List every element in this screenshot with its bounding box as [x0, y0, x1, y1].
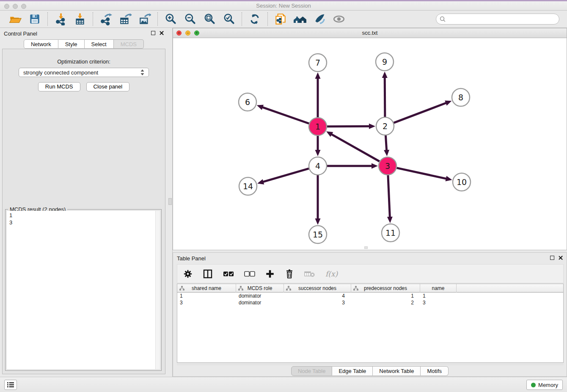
optimization-criterion-select[interactable]: strongly connected component — [19, 68, 149, 77]
table-cell[interactable]: 3 — [177, 299, 236, 306]
function-builder-button-disabled: f(x) — [325, 270, 338, 278]
table-cell-filler — [457, 299, 563, 306]
graph-edge-3-1[interactable] — [331, 134, 379, 162]
save-session-button[interactable] — [27, 12, 42, 26]
column-header-MCDS-role[interactable]: MCDS role — [236, 284, 284, 293]
mcds-result-area[interactable]: 1 3 — [7, 211, 160, 369]
delete-column-button[interactable] — [285, 269, 294, 279]
export-network-icon — [99, 13, 112, 25]
import-network-icon — [54, 13, 67, 25]
tab-mcds[interactable]: MCDS — [114, 39, 144, 49]
table-cell[interactable]: 1 — [420, 293, 457, 299]
column-header-shared-name[interactable]: shared name — [177, 284, 236, 293]
refresh-icon — [248, 13, 261, 25]
tab-edge-table[interactable]: Edge Table — [332, 366, 373, 376]
graph-edge-arrow-4-15 — [315, 218, 321, 225]
zoom-selected-icon — [223, 13, 235, 25]
control-panel: Control Panel NetworkStyleSelectMCDS Opt… — [0, 28, 168, 377]
table-cell[interactable]: 1 — [351, 293, 420, 299]
column-header-name[interactable]: name — [420, 284, 457, 293]
refresh-button[interactable] — [247, 12, 262, 26]
graph-edge-3-11[interactable] — [388, 175, 390, 218]
search-input[interactable] — [446, 16, 556, 22]
graph-node-label-6: 6 — [245, 97, 250, 107]
select-arrows-icon — [140, 69, 144, 75]
export-table-button[interactable] — [118, 12, 133, 26]
graph-edge-2-9[interactable] — [385, 77, 385, 117]
column-header-filler — [457, 284, 563, 293]
zoom-selected-button[interactable] — [221, 12, 237, 26]
vizmapper-button[interactable] — [312, 12, 327, 26]
graph-node-label-7: 7 — [315, 58, 320, 67]
tab-network[interactable]: Network — [24, 39, 58, 49]
vizmapper-icon — [313, 13, 326, 25]
table-cell[interactable]: 3 — [284, 299, 351, 306]
search-box[interactable] — [436, 14, 559, 25]
new-network-from-selection-button[interactable] — [273, 12, 288, 26]
export-network-button[interactable] — [98, 12, 113, 26]
network-graph[interactable]: 7968124314101511 — [173, 38, 567, 250]
table-cell[interactable]: 3 — [420, 299, 457, 306]
float-table-panel-icon[interactable] — [550, 256, 554, 260]
float-panel-icon[interactable] — [151, 31, 155, 35]
show-panels-button[interactable] — [4, 380, 17, 390]
network-canvas[interactable]: 7968124314101511 — [173, 38, 567, 250]
close-window-button[interactable] — [4, 4, 9, 9]
zoom-fit-button[interactable] — [202, 12, 217, 26]
tab-node-table[interactable]: Node Table — [291, 366, 333, 376]
zoom-in-button[interactable] — [163, 12, 178, 26]
select-all-columns-button[interactable] — [223, 271, 234, 277]
checked-boxes-icon — [223, 271, 234, 277]
show-hide-button[interactable] — [331, 12, 347, 26]
create-column-button[interactable] — [265, 269, 275, 279]
zoom-out-button[interactable] — [182, 12, 198, 26]
close-panel-icon[interactable] — [159, 30, 164, 36]
network-close-button[interactable]: × — [176, 30, 182, 36]
graph-edge-arrow-1-2 — [369, 124, 375, 129]
graph-edge-1-6[interactable] — [262, 107, 309, 124]
close-table-panel-icon[interactable] — [558, 255, 563, 260]
tab-select[interactable]: Select — [85, 39, 114, 49]
column-header-successor-nodes[interactable]: successor nodes — [284, 284, 351, 293]
result-scrollbar[interactable] — [155, 211, 160, 369]
tab-motifs[interactable]: Motifs — [421, 366, 449, 376]
network-maximize-button[interactable]: + — [194, 30, 199, 36]
neighborhood-button[interactable] — [292, 12, 308, 26]
graph-edge-3-10[interactable] — [396, 168, 446, 179]
table-row-1[interactable]: 1dominator411 — [177, 293, 563, 299]
canvas-grip[interactable] — [364, 246, 368, 249]
memory-button[interactable]: Memory — [526, 380, 563, 390]
open-file-button[interactable] — [8, 12, 23, 26]
zoom-window-button[interactable] — [21, 4, 26, 9]
graph-edge-4-14[interactable] — [263, 168, 309, 182]
minimize-window-button[interactable] — [13, 4, 18, 9]
tab-style[interactable]: Style — [58, 39, 85, 49]
table-cell[interactable]: dominator — [236, 299, 284, 306]
import-network-button[interactable] — [53, 12, 68, 26]
table-cell[interactable]: 2 — [351, 299, 420, 306]
graph-edge-2-3[interactable] — [385, 135, 386, 151]
column-header-label: predecessor nodes — [364, 285, 407, 291]
splitter-grip[interactable] — [168, 198, 172, 205]
graph-node-label-4: 4 — [315, 161, 320, 171]
import-table-button[interactable] — [72, 12, 88, 26]
panel-splitter-vertical[interactable] — [168, 28, 173, 377]
network-window-titlebar[interactable]: × − + scc.txt — [173, 28, 567, 38]
table-tabs: Node TableEdge TableNetwork TableMotifs — [173, 366, 567, 376]
column-header-predecessor-nodes[interactable]: predecessor nodes — [351, 284, 420, 293]
table-cell[interactable]: 4 — [284, 293, 351, 299]
network-minimize-button[interactable]: − — [185, 30, 190, 36]
table-settings-button[interactable] — [183, 269, 193, 279]
graph-node-label-11: 11 — [385, 228, 396, 237]
graph-edge-1-2[interactable] — [327, 126, 370, 127]
close-panel-button[interactable]: Close panel — [86, 82, 130, 91]
tab-network-table[interactable]: Network Table — [373, 366, 421, 376]
run-mcds-button[interactable]: Run MCDS — [38, 82, 80, 91]
table-cell[interactable]: 1 — [177, 293, 236, 299]
export-image-button[interactable] — [137, 12, 152, 26]
show-column-panel-button[interactable] — [203, 269, 213, 279]
deselect-all-columns-button[interactable] — [244, 271, 255, 277]
table-row-2[interactable]: 3dominator323 — [177, 299, 563, 306]
table-cell[interactable]: dominator — [236, 293, 284, 299]
graph-edge-2-8[interactable] — [394, 103, 447, 123]
